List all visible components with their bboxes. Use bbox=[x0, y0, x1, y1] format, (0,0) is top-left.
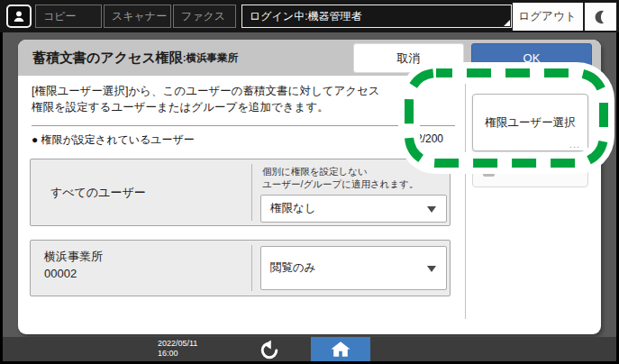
instruction-line-1: [権限ユーザー選択]から、このユーザーの蓄積文書に対してアクセス bbox=[32, 83, 439, 99]
permission-dropdown-all-users[interactable]: 権限なし bbox=[260, 195, 447, 223]
page-title: 蓄積文書のアクセス権限:横浜事業所 bbox=[32, 40, 238, 76]
instruction-text: [権限ユーザー選択]から、このユーザーの蓄積文書に対してアクセス 権限を設定する… bbox=[32, 83, 439, 115]
corner-expand-icon bbox=[504, 20, 510, 26]
ok-button[interactable]: OK bbox=[471, 43, 592, 73]
energy-saver-button[interactable] bbox=[585, 3, 616, 31]
row-cell-divider bbox=[251, 164, 252, 221]
access-permission-dialog: 蓄積文書のアクセス権限:横浜事業所 取消 OK [権限ユーザー選択]から、このユ… bbox=[18, 40, 601, 334]
table-row-all-users: すべてのユーザー 個別に権限を設定しない ユーザー/グループに適用されます。 権… bbox=[30, 159, 451, 226]
tab-scanner-label: スキャナー bbox=[112, 9, 167, 24]
disabled-option-item: … bbox=[472, 155, 588, 187]
back-button[interactable] bbox=[251, 337, 287, 361]
ok-button-label: OK bbox=[523, 51, 541, 65]
home-icon bbox=[331, 341, 350, 358]
chevron-down-icon bbox=[427, 206, 436, 213]
tab-fax-label: ファクス bbox=[181, 9, 225, 24]
crescent-moon-icon bbox=[593, 8, 609, 26]
permission-dropdown-value: 権限なし bbox=[270, 196, 316, 222]
date-label: 2022/05/11 bbox=[158, 339, 197, 349]
select-permission-user-button[interactable]: 権限ユーザー選択 ... bbox=[472, 94, 588, 151]
row-cell-divider bbox=[251, 245, 252, 291]
row-user-id: 00002 bbox=[44, 265, 103, 282]
person-icon bbox=[12, 9, 26, 23]
row-note-line-2: ユーザー/グループに適用されます。 bbox=[262, 177, 418, 190]
tab-scanner[interactable]: スキャナー bbox=[104, 5, 171, 28]
row-permission-note: 個別に権限を設定しない ユーザー/グループに適用されます。 bbox=[262, 165, 418, 190]
device-touchscreen: コピー スキャナー ファクス ログイン中:機器管理者 ログアウト bbox=[0, 0, 619, 364]
instruction-line-2: 権限を設定するユーザーまたはグループを追加できます。 bbox=[32, 99, 439, 115]
page-title-suffix: :横浜事業所 bbox=[183, 51, 238, 65]
row-user-name-line1: 横浜事業所 bbox=[44, 248, 103, 265]
row-note-line-1: 個別に権限を設定しない bbox=[262, 165, 418, 177]
row-user-name: すべてのユーザー bbox=[50, 159, 146, 225]
permission-dropdown-yokohama[interactable]: 閲覧のみ bbox=[260, 246, 447, 290]
logout-button[interactable]: ログアウト bbox=[513, 3, 582, 31]
cancel-button-label: 取消 bbox=[397, 50, 421, 67]
select-permission-user-label: 権限ユーザー選択 bbox=[485, 115, 576, 131]
table-row-yokohama-office: 横浜事業所 00002 閲覧のみ bbox=[30, 240, 451, 296]
permission-list-count: 2/200 bbox=[376, 132, 443, 145]
back-arrow-icon bbox=[258, 339, 281, 360]
row-user-name: 横浜事業所 00002 bbox=[44, 248, 103, 282]
section-divider bbox=[32, 125, 455, 126]
tab-copy[interactable]: コピー bbox=[35, 5, 102, 28]
user-button[interactable] bbox=[6, 5, 32, 28]
cancel-button[interactable]: 取消 bbox=[353, 43, 464, 73]
permission-list-header: ● 権限が設定されているユーザー bbox=[32, 132, 195, 148]
side-panel-divider bbox=[465, 83, 466, 319]
time-label: 16:00 bbox=[158, 349, 197, 359]
disabled-option-label: … bbox=[516, 164, 526, 175]
permission-dropdown-value: 閲覧のみ bbox=[270, 247, 316, 289]
datetime-display: 2022/05/11 16:00 bbox=[158, 339, 197, 359]
login-status-box[interactable]: ログイン中:機器管理者 bbox=[241, 5, 512, 28]
chevron-down-icon bbox=[427, 266, 436, 272]
login-status-label: ログイン中:機器管理者 bbox=[250, 9, 361, 24]
tab-fax[interactable]: ファクス bbox=[173, 5, 236, 28]
tab-copy-label: コピー bbox=[43, 9, 77, 24]
more-screen-indicator: ... bbox=[569, 139, 580, 150]
logout-zone: ログアウト bbox=[513, 3, 616, 31]
logout-label: ログアウト bbox=[519, 9, 577, 24]
dialog-title-bar: 蓄積文書のアクセス権限:横浜事業所 取消 OK bbox=[18, 40, 601, 76]
checkbox-icon bbox=[483, 165, 495, 177]
top-bar: コピー スキャナー ファクス ログイン中:機器管理者 ログアウト bbox=[0, 0, 619, 32]
home-button[interactable] bbox=[311, 337, 370, 361]
page-title-main: 蓄積文書のアクセス権限 bbox=[32, 50, 183, 67]
bottom-bar: 2022/05/11 16:00 bbox=[3, 337, 616, 361]
